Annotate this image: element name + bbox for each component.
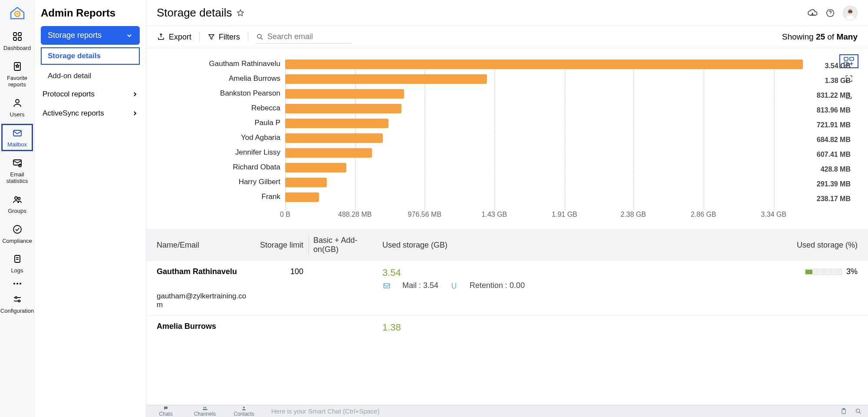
user-avatar[interactable] — [843, 6, 858, 20]
svg-point-37 — [856, 409, 860, 412]
nav-dashboard[interactable]: Dashboard — [0, 26, 34, 56]
axis-tick-label: 1.91 GB — [552, 211, 577, 218]
help-icon[interactable] — [825, 8, 835, 18]
nav-email-statistics[interactable]: Email statistics — [0, 152, 34, 189]
svg-rect-4 — [13, 37, 16, 40]
retention-icon — [450, 281, 458, 290]
chart-track: 291.39 MB — [285, 180, 803, 185]
nav-mailbox[interactable]: Mailbox — [0, 122, 34, 152]
nav-logs[interactable]: Logs — [0, 248, 34, 278]
bb-chats[interactable]: Chats — [146, 406, 185, 417]
col-limit: Storage limit — [252, 241, 309, 250]
chart-value-label: 721.91 MB — [807, 121, 851, 129]
nav-more[interactable] — [0, 278, 34, 289]
chart-bar[interactable] — [285, 74, 487, 84]
groups-icon — [11, 193, 23, 205]
chart-bar[interactable] — [285, 192, 319, 202]
nav-label: Groups — [8, 208, 26, 215]
chart-category-label: Gautham Rathinavelu — [157, 60, 280, 68]
search-box[interactable] — [256, 30, 352, 43]
axis-tick-label: 3.34 GB — [761, 211, 786, 218]
bb-channels[interactable]: Channels — [185, 406, 224, 417]
chart-gridline — [494, 61, 495, 210]
filters-button[interactable]: Filters — [207, 33, 240, 42]
chart-category-label: Paula P — [157, 119, 280, 127]
axis-tick-label: 976.56 MB — [408, 211, 441, 218]
sub-item-addon-detail[interactable]: Add-on detail — [41, 67, 140, 85]
star-icon[interactable] — [236, 9, 245, 17]
nav-users[interactable]: Users — [0, 93, 34, 122]
chart-category-label: Rebecca — [157, 104, 280, 113]
nav-label: Mailbox — [7, 142, 27, 148]
chat-icon — [163, 406, 169, 411]
chart-track: 238.17 MB — [285, 195, 803, 199]
star-list-icon — [11, 60, 23, 73]
nav-configuration[interactable]: Configuration — [0, 289, 34, 319]
chart-bar[interactable] — [285, 119, 388, 128]
svg-point-1 — [16, 13, 18, 15]
top-bar: Storage details — [146, 0, 868, 26]
svg-rect-14 — [15, 255, 20, 262]
svg-point-12 — [18, 197, 20, 199]
app-title: Admin Reports — [41, 7, 115, 19]
table-row[interactable]: Gautham Rathinavelu 100 3.54 Mail : 3.54… — [146, 261, 868, 315]
nav-rail: Dashboard Favorite reports Users Mailbox… — [0, 0, 35, 417]
export-button[interactable]: Export — [157, 33, 191, 42]
nav-groups[interactable]: Groups — [0, 189, 34, 219]
sub-item-label: Storage details — [48, 52, 101, 60]
nav-compliance[interactable]: Compliance — [0, 219, 34, 249]
row-used: 1.38 — [382, 322, 771, 333]
chart-bar[interactable] — [285, 133, 383, 143]
user-icon — [241, 406, 247, 411]
activesync-reports-group[interactable]: ActiveSync reports — [41, 104, 140, 123]
protocol-reports-group[interactable]: Protocol reports — [41, 85, 140, 104]
filter-icon — [207, 33, 215, 41]
chart-value-label: 1.38 GB — [807, 77, 851, 85]
chart-bar[interactable] — [285, 148, 372, 158]
chart-bar[interactable] — [285, 178, 327, 187]
svg-point-17 — [13, 283, 15, 285]
chart-value-label: 607.41 MB — [807, 151, 851, 159]
chart-value-label: 684.82 MB — [807, 136, 851, 144]
chart-row: 291.39 MB — [283, 175, 803, 190]
search-icon — [256, 33, 264, 41]
axis-tick-label: 0 B — [280, 211, 290, 218]
svg-rect-8 — [13, 130, 21, 136]
bb-contacts[interactable]: Contacts — [224, 406, 263, 417]
smart-chat-input[interactable]: Here is your Smart Chat (Ctrl+Space) — [263, 407, 840, 415]
chart-row: 238.17 MB — [283, 190, 803, 205]
chart-track: 721.91 MB — [285, 121, 803, 126]
chart-area: Gautham Rathinavelu3.54 GBAmelia Burrows… — [146, 48, 868, 229]
chart-row: 3.54 GB — [283, 57, 803, 72]
search-input[interactable] — [267, 32, 345, 41]
chart-bar[interactable] — [285, 89, 404, 99]
cloud-download-icon[interactable] — [807, 8, 818, 18]
sub-item-storage-details[interactable]: Storage details — [41, 47, 140, 65]
chart-bar[interactable] — [285, 104, 401, 113]
chevron-right-icon — [132, 110, 138, 116]
table-row[interactable]: Amelia Burrows 1.38 — [146, 315, 868, 335]
svg-point-34 — [243, 407, 245, 408]
chart-bar[interactable] — [285, 60, 803, 69]
main-content: Storage details Export Filt — [146, 0, 868, 417]
chart-track: 607.41 MB — [285, 151, 803, 155]
chart-track: 428.8 MB — [285, 165, 803, 170]
accordion-label: Storage reports — [48, 31, 102, 40]
mail-icon — [382, 281, 391, 290]
chart-category-label: Bankston Pearson — [157, 89, 280, 98]
svg-point-21 — [15, 297, 17, 298]
chart-value-label: 428.8 MB — [807, 165, 851, 173]
divider — [248, 32, 248, 42]
nav-favorite-reports[interactable]: Favorite reports — [0, 56, 34, 93]
chart-bar[interactable] — [285, 163, 346, 172]
axis-tick-label: 2.38 GB — [621, 211, 646, 218]
search-icon[interactable] — [855, 408, 862, 415]
clipboard-icon[interactable] — [840, 408, 847, 415]
table-header: Name/Email Storage limit Basic + Add-on(… — [146, 229, 868, 261]
storage-reports-group[interactable]: Storage reports — [41, 26, 140, 45]
chart-category-label: Amelia Burrows — [157, 74, 280, 83]
chart-row: 831.22 MB — [283, 86, 803, 101]
row-limit: 100 — [252, 267, 309, 276]
chart-row: 684.82 MB — [283, 131, 803, 146]
svg-point-23 — [18, 300, 20, 302]
